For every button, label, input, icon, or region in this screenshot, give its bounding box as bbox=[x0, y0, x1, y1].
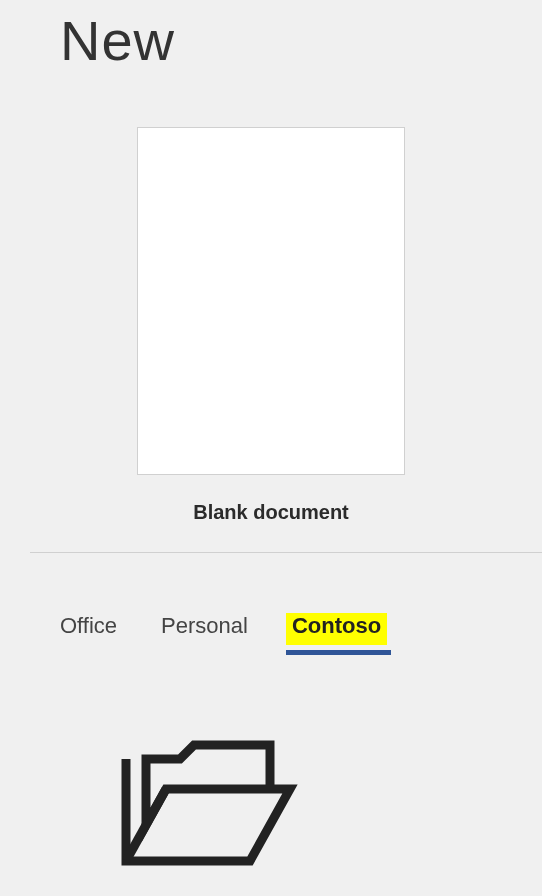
tab-office[interactable]: Office bbox=[60, 613, 117, 645]
section-divider bbox=[30, 552, 542, 553]
template-source-tabs: Office Personal Contoso bbox=[56, 613, 486, 645]
templates-section: Blank document bbox=[56, 127, 486, 524]
blank-document-template[interactable]: Blank document bbox=[137, 127, 405, 524]
tab-personal[interactable]: Personal bbox=[161, 613, 248, 645]
page-title: New bbox=[56, 0, 486, 73]
folder-section bbox=[56, 731, 486, 881]
tab-contoso[interactable]: Contoso bbox=[286, 613, 387, 645]
blank-document-preview bbox=[137, 127, 405, 475]
folder-open-icon[interactable] bbox=[120, 731, 486, 881]
blank-document-label: Blank document bbox=[193, 501, 349, 524]
